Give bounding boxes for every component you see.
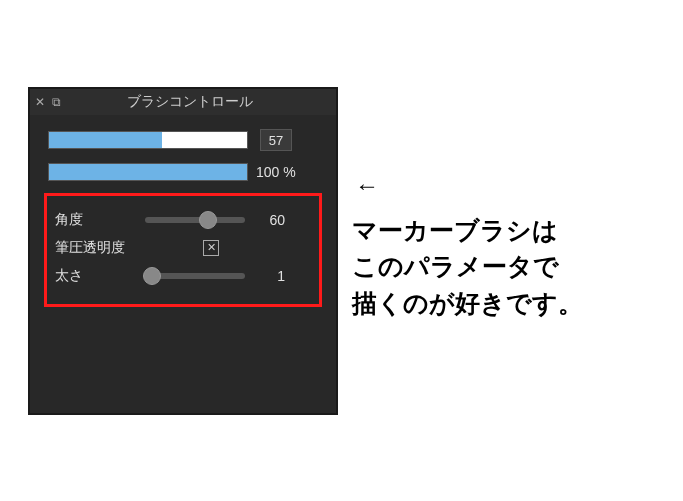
thickness-slider[interactable] <box>145 273 245 279</box>
opacity-bar[interactable] <box>48 131 248 149</box>
panel-titlebar: ✕ ⧉ ブラシコントロール <box>30 89 336 115</box>
opacity-row: 57 <box>48 129 318 151</box>
panel-body: 57 100 % 角度 60 筆圧透明度 ✕ <box>30 115 336 307</box>
flow-bar[interactable] <box>48 163 248 181</box>
angle-value: 60 <box>251 212 285 228</box>
thickness-slider-knob[interactable] <box>143 267 161 285</box>
annotation-arrow-icon: ← <box>355 172 379 200</box>
thickness-row: 太さ 1 <box>55 262 311 290</box>
caption-line-3: 描くのが好きです。 <box>352 285 583 321</box>
popout-icon[interactable]: ⧉ <box>48 95 64 109</box>
opacity-bar-fill <box>49 132 162 148</box>
close-icon[interactable]: ✕ <box>30 95 46 109</box>
highlight-box: 角度 60 筆圧透明度 ✕ 太さ 1 <box>44 193 322 307</box>
annotation-caption: マーカーブラシは このパラメータで 描くのが好きです。 <box>352 212 583 321</box>
flow-bar-fill <box>49 164 247 180</box>
caption-line-2: このパラメータで <box>352 248 583 284</box>
caption-line-1: マーカーブラシは <box>352 212 583 248</box>
brush-control-panel: ✕ ⧉ ブラシコントロール 57 100 % 角度 <box>28 87 338 415</box>
panel-title: ブラシコントロール <box>64 93 336 111</box>
angle-row: 角度 60 <box>55 206 311 234</box>
angle-slider-knob[interactable] <box>199 211 217 229</box>
thickness-label: 太さ <box>55 267 145 285</box>
thickness-value: 1 <box>251 268 285 284</box>
angle-slider[interactable] <box>145 217 245 223</box>
pressure-opacity-label: 筆圧透明度 <box>55 239 145 257</box>
flow-value: 100 % <box>256 164 296 180</box>
pressure-opacity-row: 筆圧透明度 ✕ <box>55 234 311 262</box>
angle-label: 角度 <box>55 211 145 229</box>
flow-row: 100 % <box>48 163 318 181</box>
pressure-opacity-checkbox[interactable]: ✕ <box>203 240 219 256</box>
opacity-value[interactable]: 57 <box>260 129 292 151</box>
